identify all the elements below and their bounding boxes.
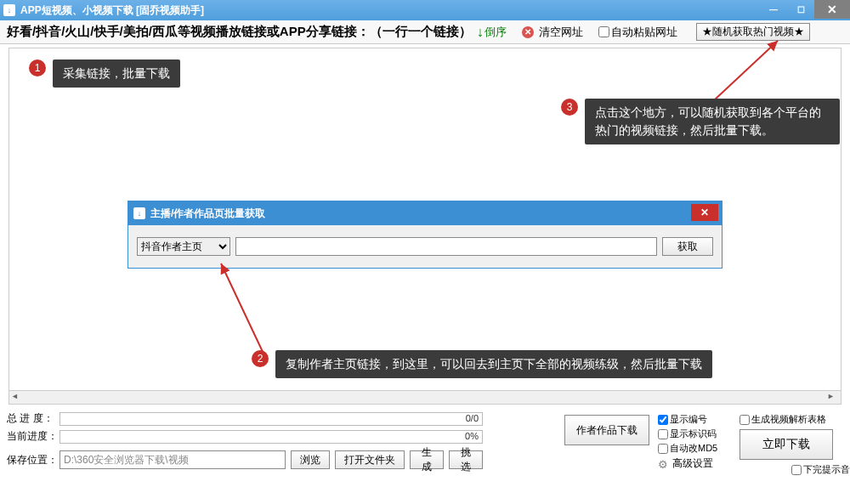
random-hot-video-button[interactable]: ★随机获取热门视频★ [696,23,810,41]
total-progress-text: 0/0 [466,413,479,423]
show-code-checkbox[interactable]: 显示标识码 [658,428,734,440]
callout-1-text: 采集链接，批量下载 [53,59,180,88]
generate-button[interactable]: 生成 [410,450,444,469]
close-button[interactable]: ✕ [814,0,850,19]
callout-2-badge: 2 [252,350,269,367]
download-now-button[interactable]: 立即下载 [740,429,833,460]
down-arrow-icon: ↓ [477,25,484,40]
callout-1: 1 采集链接，批量下载 [29,59,180,88]
app-icon: ↓ [3,4,15,16]
author-works-download-button[interactable]: 作者作品下载 [564,415,649,445]
window-title: APP短视频、小视频下载 [固乔视频助手] [20,3,204,18]
current-progress-bar: 0% [60,430,483,444]
done-sound-checkbox[interactable]: 下完提示音 [740,463,850,476]
dialog-title: 主播/作者作品页批量获取 [150,207,265,221]
maximize-button[interactable]: ☐ [787,0,814,19]
auto-paste-label: 自动粘贴网址 [611,25,677,40]
author-fetch-dialog: ↓ 主播/作者作品页批量获取 ✕ 抖音作者主页 获取 [128,201,722,269]
show-number-checkbox[interactable]: 显示编号 [658,413,734,426]
callout-3-badge: 3 [561,99,578,116]
scroll-left-icon[interactable]: ◄ [11,392,23,404]
auto-paste-checkbox[interactable]: 自动粘贴网址 [598,25,677,40]
callout-2-text: 复制作者主页链接，到这里，可以回去到主页下全部的视频练级，然后批量下载 [275,350,712,378]
platform-select[interactable]: 抖音作者主页 [137,237,230,256]
auto-md5-checkbox[interactable]: 自动改MD5 [658,442,734,455]
bottom-panel: 总 进 度： 0/0 当前进度： 0% 保存位置： 浏览 打开文件夹 生成 挑选… [7,411,843,499]
titlebar: ↓ APP短视频、小视频下载 [固乔视频助手] — ☐ ✕ [0,0,850,20]
dialog-close-button[interactable]: ✕ [691,204,718,221]
clear-url-label[interactable]: 清空网址 [539,25,583,40]
gear-icon: ⚙ [658,458,670,470]
sort-label: 倒序 [484,25,507,40]
clear-url-icon[interactable]: ✕ [522,26,534,38]
author-url-input[interactable] [235,237,657,256]
minimize-button[interactable]: — [760,0,787,19]
save-path-label: 保存位置： [7,453,54,467]
sort-button[interactable]: ↓倒序 [477,25,507,40]
browse-button[interactable]: 浏览 [291,450,330,469]
window-controls: — ☐ ✕ [760,0,850,19]
toolbar: 好看/抖音/火山/快手/美拍/西瓜等视频播放链接或APP分享链接：（一行一个链接… [0,20,850,44]
open-folder-button[interactable]: 打开文件夹 [335,450,405,469]
dialog-icon: ↓ [133,207,145,219]
gen-table-checkbox[interactable]: 生成视频解析表格 [740,413,850,426]
scroll-right-icon[interactable]: ► [827,392,839,404]
advanced-settings-link[interactable]: ⚙高级设置 [658,456,734,471]
total-progress-bar: 0/0 [60,412,483,426]
dialog-titlebar: ↓ 主播/作者作品页批量获取 ✕ [128,201,722,225]
callout-2: 2 复制作者主页链接，到这里，可以回去到主页下全部的视频练级，然后批量下载 [252,350,712,378]
callout-1-badge: 1 [29,59,46,76]
fetch-button[interactable]: 获取 [662,237,713,256]
save-path-input[interactable] [60,450,286,469]
current-progress-label: 当前进度： [7,429,54,444]
horizontal-scrollbar[interactable]: ◄ ► [9,390,841,404]
toolbar-main-label: 好看/抖音/火山/快手/美拍/西瓜等视频播放链接或APP分享链接：（一行一个链接… [7,24,472,40]
callout-3-text: 点击这个地方，可以随机获取到各个平台的热门的视频链接，然后批量下载。 [585,99,840,144]
current-progress-text: 0% [465,431,479,441]
total-progress-label: 总 进 度： [7,411,54,426]
callout-3: 3 点击这个地方，可以随机获取到各个平台的热门的视频链接，然后批量下载。 [561,99,840,144]
dialog-body: 抖音作者主页 获取 [128,225,722,268]
pick-button[interactable]: 挑选 [449,450,483,469]
